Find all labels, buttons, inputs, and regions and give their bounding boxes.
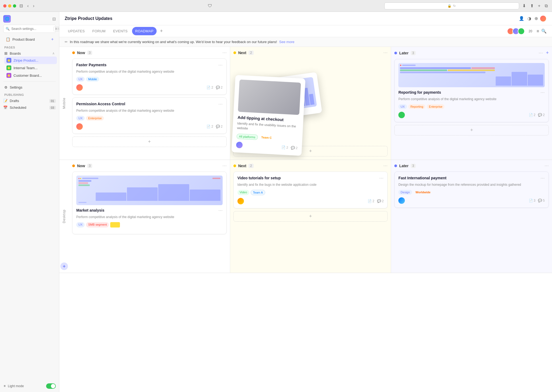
sidebar-logo: 🌐 [3, 15, 11, 23]
board-item-ztripe[interactable]: ⭐ Ztripe Product... [4, 57, 57, 64]
card-reporting-menu[interactable]: ⋯ [540, 90, 545, 95]
mc-bar-1 [96, 192, 126, 201]
sidebar-item-settings[interactable]: ⚙ Settings [0, 84, 59, 91]
card-video-tutorials[interactable]: Video tutorials for setup ⋯ Identify and… [233, 172, 388, 208]
col-count-now: 3 [87, 51, 92, 55]
col-menu-now-d[interactable]: ⋯ [222, 163, 227, 168]
card-market-menu[interactable]: ⋯ [218, 208, 223, 213]
tag-video[interactable]: Video [237, 190, 249, 195]
header-share-button[interactable]: ⊕ [534, 16, 538, 21]
board-icon-internal: ⭐ [6, 65, 11, 70]
tag-team-c[interactable]: Team C [259, 135, 274, 141]
floating-card-dashboard [247, 72, 322, 122]
maximize-button[interactable] [13, 4, 16, 8]
avatar-group [507, 28, 525, 35]
tag-worldwide[interactable]: Worldwide [413, 190, 433, 195]
card-permission-access[interactable]: Permission Access Control ⋯ Perform comp… [72, 97, 227, 134]
minimize-button[interactable] [8, 4, 11, 8]
card-fast-international[interactable]: Fast International payment ⋯ Design the … [394, 172, 549, 208]
add-board-button[interactable]: + [51, 37, 54, 42]
banner-link[interactable]: See more [279, 40, 294, 44]
search-input[interactable] [11, 27, 52, 31]
col-menu-next-d[interactable]: ⋯ [383, 163, 388, 168]
card-fast-intl-menu[interactable]: ⋯ [540, 176, 545, 181]
card-fast-intl-header: Fast International payment ⋯ [398, 176, 545, 181]
share-button[interactable]: ⬆ [529, 3, 535, 9]
card-faster-payments-menu[interactable]: ⋯ [218, 62, 223, 68]
card-reporting[interactable]: Reporting for payments ⋯ Perform competi… [394, 59, 549, 122]
chart-bar-3 [309, 94, 315, 105]
sidebar-search[interactable]: 🔍 ⌘S [3, 25, 56, 33]
tag-all-platforms[interactable]: All platforms [236, 134, 258, 140]
board-item-customer[interactable]: ⭐ Customer Board... [4, 72, 57, 79]
page-title: Ztripe Product Updates [65, 16, 519, 21]
card-market-analysis[interactable]: Market analysis ⋯ Perform competitive an… [72, 172, 227, 234]
card-permission-menu[interactable]: ⋯ [218, 102, 223, 107]
col-menu-later-d[interactable]: ⋯ [544, 163, 549, 168]
sidebar-item-product-board[interactable]: 📋 Product Board + [2, 35, 57, 43]
tag-enterprise-2[interactable]: Enterprise [427, 104, 444, 109]
header-person-button[interactable]: 👤 [519, 16, 524, 21]
add-card-button-now[interactable]: + [72, 136, 227, 147]
tab-roadmap[interactable]: ROADMAP [132, 27, 157, 35]
board-item-internal[interactable]: ⭐ Internal Team... [4, 64, 57, 72]
tag-design[interactable]: Design [398, 190, 412, 195]
card-video-tags: Video Team A [237, 190, 384, 195]
boards-header[interactable]: ⊞ Boards ∧ [2, 50, 57, 57]
tag-enterprise[interactable]: Enterprise [86, 116, 104, 121]
filter-button[interactable]: ≡ [537, 29, 539, 34]
col-menu-later[interactable]: ⋯ [539, 50, 543, 55]
sidebar-collapse-button[interactable]: ⊟ [52, 16, 56, 22]
sidebar-toggle-button[interactable]: ⊟ [18, 3, 24, 9]
tag-smb[interactable]: SMB segment [86, 222, 109, 228]
tab-forum[interactable]: FORUM [89, 27, 109, 35]
col-header-next-desktop: Next 2 ⋯ [233, 163, 388, 168]
download-button[interactable]: ⬇ [521, 3, 527, 9]
tag-ux-4[interactable]: UX [76, 222, 85, 228]
tag-ux-2[interactable]: UX [76, 116, 85, 121]
scheduled-icon: 📅 [3, 106, 8, 110]
header-theme-button[interactable]: ◑ [527, 16, 531, 21]
mc-bar-2 [127, 187, 158, 201]
forward-button[interactable]: › [32, 3, 35, 9]
tag-team-a[interactable]: Team A [251, 190, 265, 195]
add-card-button-next-d[interactable]: + [233, 211, 388, 222]
card-market-title: Market analysis [76, 208, 104, 213]
titlebar: ⊟ ‹ › 🛡 🔒 ↻ ⬇ ⬆ + ⧉ [0, 0, 552, 12]
card-reporting-tags: UX Reporting Enterprise [398, 104, 545, 109]
col-dot-later [394, 52, 397, 54]
col-count-now-d: 3 [87, 164, 92, 168]
light-mode-toggle[interactable] [46, 383, 56, 389]
add-card-button-next[interactable]: + [233, 146, 388, 156]
ml-bar-1 [78, 180, 91, 182]
back-button[interactable]: ‹ [26, 3, 30, 9]
r-bar-2b [448, 69, 495, 71]
add-tab-button[interactable]: + [158, 27, 165, 35]
col-dot-later-d [394, 164, 397, 167]
tag-mobile[interactable]: Mobile [86, 77, 99, 82]
col-add-later[interactable]: + [546, 50, 549, 56]
address-bar[interactable]: 🔒 ↻ [384, 2, 519, 9]
tag-ux-3[interactable]: UX [398, 104, 407, 109]
card-video-menu[interactable]: ⋯ [379, 176, 384, 181]
sidebar-item-drafts[interactable]: 📝 Drafts 01 [0, 97, 59, 104]
tabs-button[interactable]: ⧉ [544, 3, 549, 9]
tag-reporting[interactable]: Reporting [408, 104, 426, 109]
floating-card-tipping[interactable]: Add tipping at checkout Identify and fix… [231, 75, 305, 156]
card-faster-payments[interactable]: Faster Payments ⋯ Perform competitive an… [72, 58, 227, 95]
url-text: ↻ [453, 4, 456, 8]
tab-updates[interactable]: UPDATES [65, 27, 88, 35]
tab-events[interactable]: EVENTS [110, 27, 131, 35]
add-card-button-later[interactable]: + [394, 125, 549, 135]
col-menu-next[interactable]: ⋯ [383, 50, 388, 55]
add-row-button[interactable]: + [60, 262, 68, 270]
col-menu-now[interactable]: ⋯ [222, 50, 227, 55]
sidebar-item-scheduled[interactable]: 📅 Scheduled 03 [0, 104, 59, 111]
light-mode-toggle-area[interactable]: ☀ Light mode [3, 384, 24, 388]
search-button[interactable]: 🔍 [541, 29, 547, 34]
card-reporting-title: Reporting for payments [398, 90, 441, 95]
close-button[interactable] [3, 4, 6, 8]
add-tab-button[interactable]: + [537, 3, 541, 9]
tag-ux[interactable]: UX [76, 77, 85, 82]
product-board-icon: 📋 [5, 37, 10, 42]
